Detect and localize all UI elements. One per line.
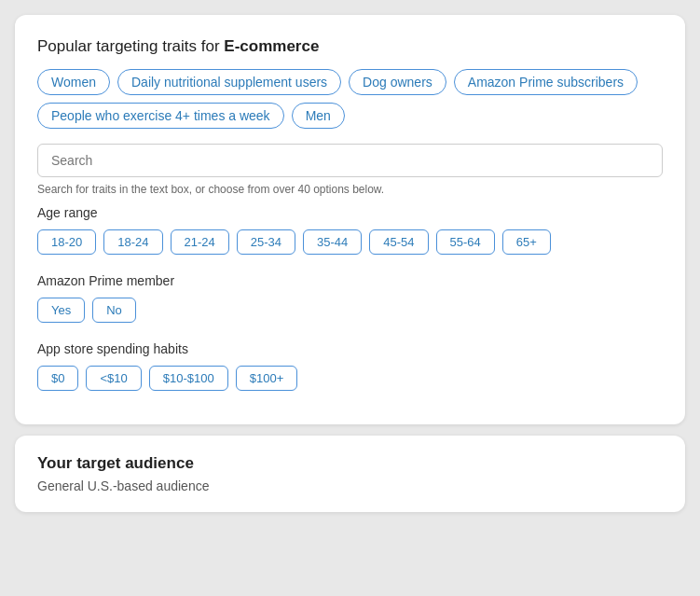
popular-chip[interactable]: Women: [37, 69, 110, 95]
option-chip[interactable]: No: [92, 298, 136, 323]
option-chip[interactable]: 65+: [502, 229, 551, 255]
section-label: App store spending habits: [37, 341, 655, 356]
trait-section: App store spending habits$0<$10$10-$100$…: [37, 341, 655, 391]
option-chip[interactable]: 55-64: [436, 229, 495, 255]
option-chip[interactable]: 18-20: [37, 229, 96, 255]
popular-chip[interactable]: Men: [292, 103, 345, 129]
title-prefix: Popular targeting traits for: [37, 37, 224, 55]
title-bold: E-commerce: [224, 37, 319, 55]
search-input[interactable]: [37, 144, 663, 177]
option-chip[interactable]: $100+: [236, 366, 298, 391]
option-chip[interactable]: Yes: [37, 298, 85, 323]
popular-chips-container: WomenDaily nutritional supplement usersD…: [37, 69, 663, 129]
traits-scroll-area[interactable]: Age range18-2018-2421-2425-3435-4445-545…: [37, 205, 663, 409]
target-audience-subtitle: General U.S.-based audience: [37, 478, 663, 493]
section-label: Age range: [37, 205, 655, 220]
option-chip[interactable]: $0: [37, 366, 78, 391]
card-title: Popular targeting traits for E-commerce: [37, 37, 663, 56]
option-chip[interactable]: 25-34: [237, 229, 295, 255]
popular-traits-card: Popular targeting traits for E-commerce …: [15, 15, 685, 424]
search-hint: Search for traits in the text box, or ch…: [37, 183, 663, 196]
section-label: Amazon Prime member: [37, 273, 655, 288]
option-chip[interactable]: 45-54: [369, 229, 428, 255]
target-audience-title: Your target audience: [37, 454, 663, 473]
option-chip[interactable]: 18-24: [103, 229, 162, 255]
popular-chip[interactable]: Dog owners: [349, 69, 446, 95]
trait-section: Amazon Prime memberYesNo: [37, 273, 655, 323]
option-chips-container: 18-2018-2421-2425-3435-4445-5455-6465+: [37, 229, 655, 255]
popular-chip[interactable]: Amazon Prime subscribers: [454, 69, 638, 95]
option-chip[interactable]: 21-24: [171, 229, 229, 255]
popular-chip[interactable]: People who exercise 4+ times a week: [37, 103, 284, 129]
option-chips-container: $0<$10$10-$100$100+: [37, 366, 655, 391]
trait-section: Age range18-2018-2421-2425-3435-4445-545…: [37, 205, 655, 255]
option-chip[interactable]: $10-$100: [149, 366, 228, 391]
option-chips-container: YesNo: [37, 298, 655, 323]
target-audience-card: Your target audience General U.S.-based …: [15, 436, 685, 512]
option-chip[interactable]: <$10: [86, 366, 141, 391]
popular-chip[interactable]: Daily nutritional supplement users: [117, 69, 341, 95]
option-chip[interactable]: 35-44: [303, 229, 362, 255]
search-wrapper: [37, 144, 663, 177]
